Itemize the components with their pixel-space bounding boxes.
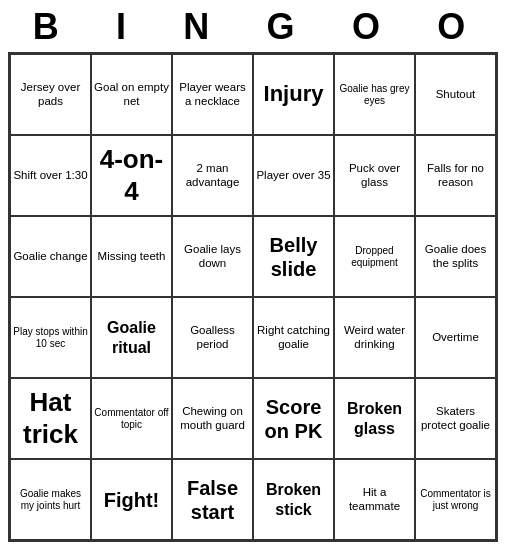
bingo-cell-18[interactable]: Play stops within 10 sec (10, 297, 91, 378)
bingo-cell-9[interactable]: Player over 35 (253, 135, 334, 216)
bingo-cell-33[interactable]: Broken stick (253, 459, 334, 540)
bingo-cell-27[interactable]: Score on PK (253, 378, 334, 459)
bingo-cell-11[interactable]: Falls for no reason (415, 135, 496, 216)
bingo-cell-1[interactable]: Goal on empty net (91, 54, 172, 135)
bingo-cell-24[interactable]: Hat trick (10, 378, 91, 459)
bingo-cell-29[interactable]: Skaters protect goalie (415, 378, 496, 459)
bingo-cell-3[interactable]: Injury (253, 54, 334, 135)
title-g: G (267, 6, 303, 48)
bingo-cell-6[interactable]: Shift over 1:30 (10, 135, 91, 216)
bingo-cell-8[interactable]: 2 man advantage (172, 135, 253, 216)
bingo-cell-32[interactable]: False start (172, 459, 253, 540)
title-o2: O (437, 6, 473, 48)
title-o1: O (352, 6, 388, 48)
bingo-cell-14[interactable]: Goalie lays down (172, 216, 253, 297)
bingo-cell-30[interactable]: Goalie makes my joints hurt (10, 459, 91, 540)
title-b: B (33, 6, 67, 48)
bingo-cell-10[interactable]: Puck over glass (334, 135, 415, 216)
bingo-cell-19[interactable]: Goalie ritual (91, 297, 172, 378)
bingo-cell-22[interactable]: Weird water drinking (334, 297, 415, 378)
title-i: I (116, 6, 134, 48)
bingo-grid: Jersey over padsGoal on empty netPlayer … (8, 52, 498, 542)
bingo-cell-25[interactable]: Commentator off topic (91, 378, 172, 459)
bingo-cell-23[interactable]: Overtime (415, 297, 496, 378)
title-n: N (183, 6, 217, 48)
bingo-cell-7[interactable]: 4-on-4 (91, 135, 172, 216)
bingo-cell-34[interactable]: Hit a teammate (334, 459, 415, 540)
bingo-cell-4[interactable]: Goalie has grey eyes (334, 54, 415, 135)
bingo-cell-28[interactable]: Broken glass (334, 378, 415, 459)
bingo-cell-0[interactable]: Jersey over pads (10, 54, 91, 135)
bingo-cell-5[interactable]: Shutout (415, 54, 496, 135)
bingo-cell-21[interactable]: Right catching goalie (253, 297, 334, 378)
bingo-cell-15[interactable]: Belly slide (253, 216, 334, 297)
bingo-cell-35[interactable]: Commentator is just wrong (415, 459, 496, 540)
bingo-title: B I N G O O (8, 0, 498, 52)
bingo-cell-17[interactable]: Goalie does the splits (415, 216, 496, 297)
bingo-cell-12[interactable]: Goalie change (10, 216, 91, 297)
bingo-cell-16[interactable]: Dropped equipment (334, 216, 415, 297)
bingo-cell-20[interactable]: Goalless period (172, 297, 253, 378)
bingo-cell-13[interactable]: Missing teeth (91, 216, 172, 297)
bingo-cell-31[interactable]: Fight! (91, 459, 172, 540)
bingo-cell-2[interactable]: Player wears a necklace (172, 54, 253, 135)
bingo-cell-26[interactable]: Chewing on mouth guard (172, 378, 253, 459)
